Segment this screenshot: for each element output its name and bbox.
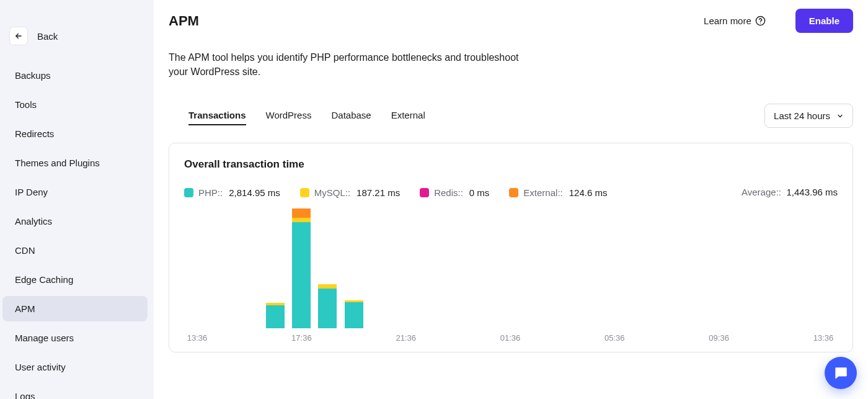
time-range-select[interactable]: Last 24 hours: [764, 104, 853, 128]
sidebar-item-redirects[interactable]: Redirects: [2, 121, 148, 146]
sidebar-item-user-activity[interactable]: User activity: [2, 354, 148, 380]
chart-plot: [184, 207, 838, 328]
x-tick: 01:36: [500, 333, 521, 343]
enable-button[interactable]: Enable: [795, 9, 853, 33]
average-stat: Average:: 1,443.96 ms: [742, 187, 838, 198]
x-tick: 09:36: [709, 333, 729, 343]
chart: 13:3617:3621:3601:3605:3609:3613:36: [184, 204, 838, 347]
chart-title: Overall transaction time: [184, 158, 838, 171]
sidebar-item-logs[interactable]: Logs: [2, 383, 148, 399]
bar-seg-php: [266, 305, 285, 329]
x-tick: 13:36: [187, 333, 208, 343]
sidebar-item-tools[interactable]: Tools: [2, 92, 148, 117]
x-tick: 21:36: [396, 333, 416, 343]
sidebar-item-ip-deny[interactable]: IP Deny: [2, 179, 148, 205]
chevron-down-icon: [836, 112, 844, 120]
tab-transactions[interactable]: Transactions: [188, 106, 246, 125]
nav-list: BackupsToolsRedirectsThemes and PluginsI…: [0, 61, 154, 399]
bar-seg-mysql: [318, 284, 337, 289]
chart-x-axis: 13:3617:3621:3601:3605:3609:3613:36: [184, 333, 838, 347]
legend-item-external: External::124.6 ms: [509, 187, 607, 198]
x-tick: 17:36: [291, 333, 312, 343]
sidebar-item-themes-and-plugins[interactable]: Themes and Plugins: [2, 150, 148, 176]
bar-seg-php: [345, 302, 363, 328]
learn-more-label: Learn more: [704, 16, 751, 26]
arrow-left-icon: [14, 32, 23, 40]
legend-row: PHP::2,814.95 msMySQL::187.21 msRedis::0…: [184, 187, 838, 198]
x-tick: 13:36: [813, 333, 834, 343]
legend-value: 187.21 ms: [356, 187, 400, 198]
legend-item-mysql: MySQL::187.21 ms: [300, 187, 400, 198]
legend-label: PHP::: [198, 187, 223, 198]
legend-swatch-php: [184, 188, 193, 197]
bar-seg-php: [318, 289, 337, 329]
sidebar-item-backups[interactable]: Backups: [2, 63, 148, 88]
legend-item-php: PHP::2,814.95 ms: [184, 187, 280, 198]
bar-seg-external: [292, 208, 311, 218]
sidebar: Back BackupsToolsRedirectsThemes and Plu…: [0, 0, 154, 399]
bar-18:36: [318, 284, 337, 328]
tab-wordpress[interactable]: WordPress: [266, 106, 312, 125]
legend-swatch-mysql: [300, 188, 309, 197]
bar-17:36: [292, 208, 311, 329]
tabs-row: TransactionsWordPressDatabaseExternal La…: [169, 104, 853, 128]
back-button[interactable]: [10, 27, 27, 45]
average-value: 1,443.96 ms: [786, 187, 838, 197]
bar-16:36: [266, 303, 285, 328]
legend-label: MySQL::: [314, 187, 350, 198]
sidebar-item-cdn[interactable]: CDN: [2, 238, 148, 263]
legend-swatch-external: [509, 188, 518, 197]
average-label: Average::: [742, 187, 781, 197]
legend-label: Redis::: [434, 187, 463, 198]
learn-more-link[interactable]: Learn more: [704, 16, 766, 26]
legend-value: 2,814.95 ms: [229, 187, 280, 198]
chart-card: Overall transaction time PHP::2,814.95 m…: [169, 143, 853, 352]
back-label: Back: [37, 31, 58, 42]
sidebar-item-edge-caching[interactable]: Edge Caching: [2, 267, 148, 292]
legend-value: 0 ms: [469, 187, 490, 198]
bar-seg-php: [292, 222, 311, 329]
page-title: APM: [169, 13, 199, 29]
header: APM Learn more Enable: [169, 9, 853, 33]
time-range-label: Last 24 hours: [774, 110, 830, 121]
bar-19:36: [345, 300, 363, 329]
back-row: Back: [0, 21, 154, 61]
sidebar-item-apm[interactable]: APM: [2, 296, 148, 321]
tab-database[interactable]: Database: [331, 106, 371, 125]
tab-external[interactable]: External: [391, 106, 425, 125]
chat-launcher[interactable]: [825, 357, 857, 389]
bar-seg-mysql: [292, 218, 311, 222]
main: APM Learn more Enable The APM tool helps…: [154, 0, 868, 399]
page-description: The APM tool helps you identify PHP perf…: [169, 50, 541, 79]
sidebar-item-manage-users[interactable]: Manage users: [2, 325, 148, 351]
legend-label: External::: [523, 187, 562, 198]
chat-icon: [833, 365, 849, 381]
legend-value: 124.6 ms: [569, 187, 608, 198]
legend-swatch-redis: [420, 188, 429, 197]
sidebar-item-analytics[interactable]: Analytics: [2, 208, 148, 234]
legend-item-redis: Redis::0 ms: [420, 187, 489, 198]
x-tick: 05:36: [604, 333, 625, 343]
help-icon: [755, 16, 766, 26]
